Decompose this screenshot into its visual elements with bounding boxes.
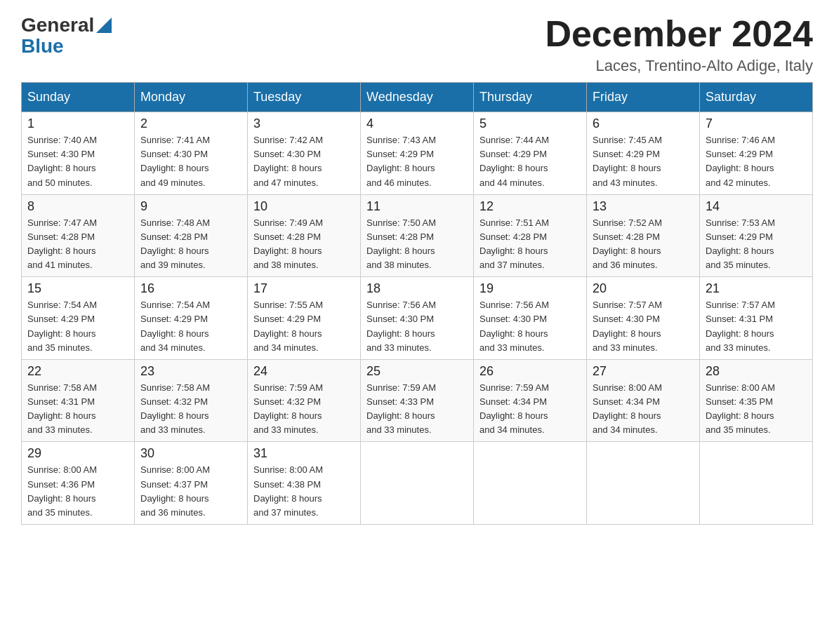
sunset-label: Sunset: xyxy=(27,232,58,242)
day-info: Sunrise: 7:45 AMSunset: 4:29 PMDaylight:… xyxy=(593,133,694,190)
daylight-label: Daylight: xyxy=(253,246,289,256)
sunset-label: Sunset: xyxy=(27,396,58,407)
daylight-label: Daylight: xyxy=(706,328,741,339)
table-row xyxy=(361,442,474,525)
sunset-label: Sunset: xyxy=(140,479,171,490)
sunset-label: Sunset: xyxy=(253,396,284,407)
col-sunday: Sunday xyxy=(22,83,135,112)
day-number: 30 xyxy=(140,446,241,461)
daylight-label: Daylight: xyxy=(479,328,515,339)
sunrise-label: Sunrise: xyxy=(140,300,174,310)
day-info: Sunrise: 7:51 AMSunset: 4:28 PMDaylight:… xyxy=(479,216,581,273)
daylight-label: Daylight: xyxy=(140,163,176,173)
sunrise-label: Sunrise: xyxy=(706,300,739,310)
day-number: 10 xyxy=(253,199,355,214)
day-info: Sunrise: 7:56 AMSunset: 4:30 PMDaylight:… xyxy=(366,298,468,355)
day-info: Sunrise: 7:47 AMSunset: 4:28 PMDaylight:… xyxy=(27,216,128,273)
day-info: Sunrise: 7:54 AMSunset: 4:29 PMDaylight:… xyxy=(140,298,241,355)
sunset-label: Sunset: xyxy=(593,396,623,407)
table-row: 29 Sunrise: 8:00 AMSunset: 4:36 PMDaylig… xyxy=(22,442,135,525)
sunrise-label: Sunrise: xyxy=(706,135,739,145)
sunrise-label: Sunrise: xyxy=(706,382,739,393)
sunset-label: Sunset: xyxy=(706,232,736,242)
table-row: 3 Sunrise: 7:42 AMSunset: 4:30 PMDayligh… xyxy=(248,112,361,195)
daylight-label: Daylight: xyxy=(27,410,63,421)
table-row: 25 Sunrise: 7:59 AMSunset: 4:33 PMDaylig… xyxy=(361,359,474,442)
day-info: Sunrise: 8:00 AMSunset: 4:34 PMDaylight:… xyxy=(593,381,694,438)
col-saturday: Saturday xyxy=(700,83,813,112)
daylight-label: Daylight: xyxy=(479,410,515,421)
calendar-table: Sunday Monday Tuesday Wednesday Thursday… xyxy=(21,82,813,525)
sunset-label: Sunset: xyxy=(140,314,171,324)
daylight-label: Daylight: xyxy=(366,328,402,339)
sunset-label: Sunset: xyxy=(366,396,397,407)
svg-marker-0 xyxy=(96,18,112,33)
sunrise-label: Sunrise: xyxy=(253,217,287,228)
daylight-label: Daylight: xyxy=(27,493,63,504)
daylight-label: Daylight: xyxy=(27,328,63,339)
sunrise-label: Sunrise: xyxy=(140,135,174,145)
sunrise-label: Sunrise: xyxy=(253,135,287,145)
table-row: 9 Sunrise: 7:48 AMSunset: 4:28 PMDayligh… xyxy=(135,194,248,277)
sunset-label: Sunset: xyxy=(366,149,397,159)
day-info: Sunrise: 7:55 AMSunset: 4:29 PMDaylight:… xyxy=(253,298,355,355)
col-monday: Monday xyxy=(135,83,248,112)
table-row: 4 Sunrise: 7:43 AMSunset: 4:29 PMDayligh… xyxy=(361,112,474,195)
day-number: 8 xyxy=(27,199,128,214)
sunset-label: Sunset: xyxy=(253,149,284,159)
sunset-label: Sunset: xyxy=(479,149,510,159)
daylight-label: Daylight: xyxy=(140,410,176,421)
day-info: Sunrise: 7:57 AMSunset: 4:31 PMDaylight:… xyxy=(706,298,807,355)
daylight-label: Daylight: xyxy=(140,246,176,256)
table-row xyxy=(700,442,813,525)
table-row: 15 Sunrise: 7:54 AMSunset: 4:29 PMDaylig… xyxy=(22,277,135,360)
sunset-label: Sunset: xyxy=(479,396,510,407)
day-info: Sunrise: 7:56 AMSunset: 4:30 PMDaylight:… xyxy=(479,298,581,355)
calendar-week-row: 15 Sunrise: 7:54 AMSunset: 4:29 PMDaylig… xyxy=(22,277,813,360)
table-row: 11 Sunrise: 7:50 AMSunset: 4:28 PMDaylig… xyxy=(361,194,474,277)
day-info: Sunrise: 7:52 AMSunset: 4:28 PMDaylight:… xyxy=(593,216,694,273)
table-row: 1 Sunrise: 7:40 AMSunset: 4:30 PMDayligh… xyxy=(22,112,135,195)
sunrise-label: Sunrise: xyxy=(593,300,626,310)
daylight-label: Daylight: xyxy=(366,163,402,173)
day-number: 20 xyxy=(593,281,694,296)
table-row: 23 Sunrise: 7:58 AMSunset: 4:32 PMDaylig… xyxy=(135,359,248,442)
col-friday: Friday xyxy=(587,83,700,112)
sunrise-label: Sunrise: xyxy=(27,382,61,393)
table-row xyxy=(474,442,587,525)
day-number: 3 xyxy=(253,116,355,131)
logo: General Blue xyxy=(21,14,112,58)
sunset-label: Sunset: xyxy=(706,149,736,159)
sunrise-label: Sunrise: xyxy=(253,382,287,393)
day-info: Sunrise: 8:00 AMSunset: 4:36 PMDaylight:… xyxy=(27,463,128,520)
table-row: 18 Sunrise: 7:56 AMSunset: 4:30 PMDaylig… xyxy=(361,277,474,360)
daylight-label: Daylight: xyxy=(253,410,289,421)
sunset-label: Sunset: xyxy=(253,232,284,242)
day-info: Sunrise: 8:00 AMSunset: 4:38 PMDaylight:… xyxy=(253,463,355,520)
sunrise-label: Sunrise: xyxy=(27,464,61,475)
table-row: 28 Sunrise: 8:00 AMSunset: 4:35 PMDaylig… xyxy=(700,359,813,442)
sunrise-label: Sunrise: xyxy=(479,382,513,393)
table-row: 30 Sunrise: 8:00 AMSunset: 4:37 PMDaylig… xyxy=(135,442,248,525)
sunrise-label: Sunrise: xyxy=(479,300,513,310)
day-number: 5 xyxy=(479,116,581,131)
daylight-label: Daylight: xyxy=(479,163,515,173)
daylight-label: Daylight: xyxy=(27,246,63,256)
location-subtitle: Laces, Trentino-Alto Adige, Italy xyxy=(545,57,813,75)
calendar-header-row: Sunday Monday Tuesday Wednesday Thursday… xyxy=(22,83,813,112)
table-row: 20 Sunrise: 7:57 AMSunset: 4:30 PMDaylig… xyxy=(587,277,700,360)
table-row: 5 Sunrise: 7:44 AMSunset: 4:29 PMDayligh… xyxy=(474,112,587,195)
sunset-label: Sunset: xyxy=(479,314,510,324)
col-thursday: Thursday xyxy=(474,83,587,112)
table-row: 21 Sunrise: 7:57 AMSunset: 4:31 PMDaylig… xyxy=(700,277,813,360)
daylight-label: Daylight: xyxy=(593,410,628,421)
day-number: 26 xyxy=(479,364,581,379)
daylight-label: Daylight: xyxy=(479,246,515,256)
sunset-label: Sunset: xyxy=(706,314,736,324)
table-row: 19 Sunrise: 7:56 AMSunset: 4:30 PMDaylig… xyxy=(474,277,587,360)
day-number: 15 xyxy=(27,281,128,296)
daylight-label: Daylight: xyxy=(366,246,402,256)
calendar-week-row: 29 Sunrise: 8:00 AMSunset: 4:36 PMDaylig… xyxy=(22,442,813,525)
day-number: 31 xyxy=(253,446,355,461)
sunset-label: Sunset: xyxy=(27,149,58,159)
